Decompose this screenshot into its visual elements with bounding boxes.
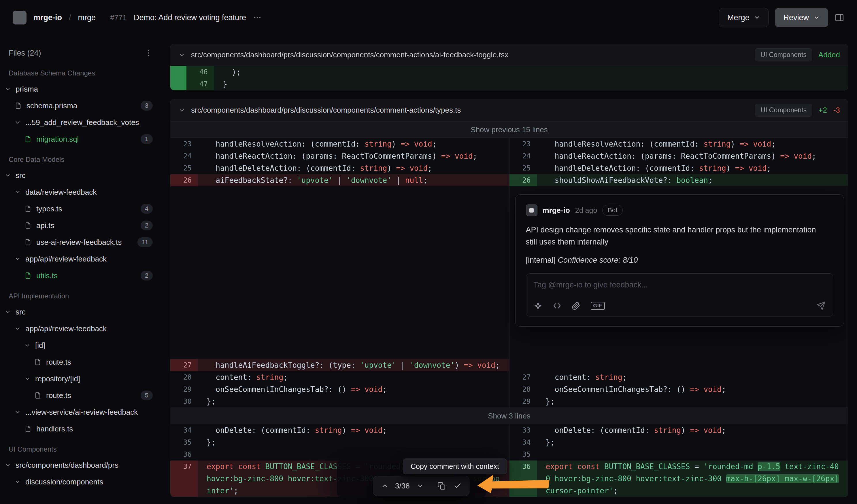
folder-item-prisma[interactable]: prisma [0, 81, 162, 97]
chevron-down-icon [5, 86, 11, 92]
comment-counter: 3/38 [394, 482, 411, 490]
send-comment-button[interactable] [817, 301, 826, 311]
tree-item-label: repository/[id] [35, 375, 153, 383]
file-item-route-ts[interactable]: route.ts5 [0, 387, 162, 404]
folder-item-data-review-feedback[interactable]: data/review-feedback [0, 184, 162, 201]
tree-item-label: types.ts [36, 205, 136, 213]
inline-comment-row: mrge-io 2d ago Bot API design change rem… [170, 186, 848, 359]
prev-comment-button[interactable] [378, 479, 392, 493]
merge-button[interactable]: Merge [719, 8, 769, 27]
tree-item-label: src [16, 171, 153, 180]
change-count-badge: 2 [141, 221, 153, 230]
file-item-route-ts[interactable]: route.ts [0, 354, 162, 370]
change-count-badge: 1 [141, 134, 153, 144]
line-number: 25 [170, 162, 198, 174]
tree-item-label: src/components/dashboard/prs [16, 461, 153, 470]
folder-item-src[interactable]: src [0, 303, 162, 320]
comment-timestamp: 2d ago [575, 206, 597, 214]
line-number: 34 [509, 436, 537, 448]
file-item-utils-ts[interactable]: utils.ts2 [0, 267, 162, 284]
code-line: } [214, 78, 848, 90]
folder-item-repository-id[interactable]: repository/[id] [0, 370, 162, 387]
code-line: handleReactAction: (params: ReactToComme… [537, 150, 848, 162]
code-line: handleDeleteAction: (commentId: string) … [537, 162, 848, 174]
file-item-types-ts[interactable]: types.ts4 [0, 201, 162, 217]
line-number: 35 [170, 436, 198, 448]
chevron-down-icon [24, 342, 31, 348]
file-item-handlers-ts[interactable]: handlers.ts [0, 420, 162, 437]
chevron-down-icon [14, 326, 21, 332]
change-count-badge: 2 [141, 271, 153, 280]
app-logo[interactable] [13, 11, 27, 24]
line-number [509, 359, 537, 371]
file-item-use-ai-review-feedback-ts[interactable]: use-ai-review-feedback.ts11 [0, 234, 162, 250]
gif-button[interactable]: GIF [591, 302, 605, 310]
line-number: 29 [509, 396, 537, 407]
folder-item-59-add-review-feedback-votes[interactable]: ...59_add_review_feedback_votes [0, 114, 162, 131]
review-button[interactable]: Review [775, 8, 828, 27]
folder-item-app-api-review-feedback[interactable]: app/api/review-feedback [0, 320, 162, 337]
code-line [537, 448, 848, 460]
tree-item-label: api.ts [36, 221, 136, 230]
folder-item-src[interactable]: src [0, 167, 162, 184]
code-line: shouldShowAiFeedbackVote?: boolean; [537, 174, 848, 186]
file-item-api-ts[interactable]: api.ts2 [0, 217, 162, 234]
chevron-down-icon [24, 376, 31, 382]
line-number: 30 [170, 396, 198, 407]
diff-row: 25 handleDeleteAction: (commentId: strin… [170, 162, 848, 174]
diff-row: 23 handleResolveAction: (commentId: stri… [170, 138, 848, 150]
more-actions-icon[interactable] [253, 13, 262, 22]
folder-item-discussion-components[interactable]: discussion/components [0, 473, 162, 490]
line-number: 46 [186, 66, 214, 78]
file-item-schema-prisma[interactable]: schema.prisma3 [0, 97, 162, 114]
additions-count: +2 [818, 106, 827, 115]
folder-item-id[interactable]: [id] [0, 337, 162, 354]
file-icon [24, 205, 32, 212]
bot-avatar [526, 205, 537, 216]
diff-row: 27 handleAiFeedbackToggle?: (type: 'upvo… [170, 359, 848, 371]
code-line: onSeeCommentInChangesTab?: () => void; [537, 383, 848, 396]
folder-item-app-api-review-feedback[interactable]: app/api/review-feedback [0, 250, 162, 267]
chevron-down-icon [5, 172, 11, 178]
file-tag-badge: UI Components [755, 48, 812, 62]
ai-suggest-button[interactable] [534, 301, 542, 310]
line-number: 25 [509, 162, 537, 174]
comment-input[interactable] [526, 274, 834, 297]
folder-item-src-components-dashboard-prs[interactable]: src/components/dashboard/prs [0, 457, 162, 473]
copy-comment-button[interactable] [435, 479, 448, 493]
check-icon [454, 482, 461, 490]
file-icon [24, 239, 32, 246]
chevron-down-icon [14, 119, 21, 125]
comment-author: mrge-io [543, 206, 570, 215]
file-header[interactable]: src/components/dashboard/prs/discussion/… [170, 44, 848, 66]
expand-lines-button[interactable]: Show 3 lines [170, 407, 848, 424]
file-icon [34, 358, 41, 366]
tree-item-label: utils.ts [36, 271, 136, 280]
next-comment-button[interactable] [413, 479, 427, 493]
breadcrumb-org[interactable]: mrge-io [33, 13, 62, 22]
line-number: 28 [170, 371, 198, 383]
line-number: 26 [170, 174, 198, 186]
comment-composer: GIF [526, 273, 834, 316]
expand-previous-lines-button[interactable]: Show previous 15 lines [170, 121, 848, 138]
chevron-down-icon [14, 479, 21, 485]
code-line: }; [198, 436, 509, 448]
change-count-badge: 5 [141, 390, 153, 400]
folder-item-view-service-ai-review-feedback[interactable]: ...view-service/ai-review-feedback [0, 404, 162, 420]
resolve-comment-button[interactable] [451, 479, 465, 493]
file-header[interactable]: src/components/dashboard/prs/discussion/… [170, 99, 848, 121]
file-icon [34, 392, 41, 399]
code-snippet-button[interactable] [553, 301, 561, 310]
code-line: handleReactAction: (params: ReactToComme… [198, 150, 509, 162]
files-more-options-icon[interactable] [145, 49, 153, 57]
chevron-up-icon [381, 482, 388, 490]
attach-file-button[interactable] [572, 301, 581, 310]
topbar: mrge-io / mrge #771 Demo: Add review vot… [0, 0, 857, 35]
code-line: content: string; [537, 371, 848, 383]
file-item-migration-sql[interactable]: migration.sql1 [0, 131, 162, 147]
files-count-label: Files (24) [9, 49, 41, 57]
breadcrumb-repo[interactable]: mrge [78, 13, 96, 22]
pr-title: Demo: Add review voting feature [134, 13, 246, 22]
tree-item-label: schema.prisma [27, 101, 136, 110]
toggle-panel-icon[interactable] [835, 13, 844, 22]
